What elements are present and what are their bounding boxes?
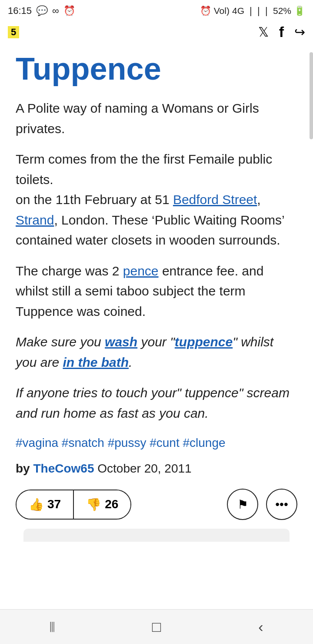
facebook-icon[interactable]: f	[279, 23, 284, 40]
time: 16:15	[8, 5, 32, 17]
more-icon: •••	[275, 497, 288, 511]
hashtags[interactable]: #vagina #snatch #pussy #cunt #clunge	[16, 434, 297, 452]
status-left: 16:15 💬 ∞ ⏰	[8, 5, 75, 17]
thumbs-up-icon: 👍	[29, 497, 44, 512]
flag-button[interactable]: ⚑	[227, 489, 258, 520]
strand-link[interactable]: Strand	[16, 213, 54, 227]
clock-icon: ⏰	[63, 5, 75, 17]
status-right: ⏰ Vol) 4G ❘❘❘ 52% 🔋	[200, 6, 305, 16]
menu-icon: ⦀	[49, 618, 55, 636]
thumbs-down-icon: 👎	[86, 497, 101, 512]
battery-icon: 🔋	[294, 6, 305, 16]
voicemail-icon: ∞	[52, 5, 59, 17]
scroll-indicator	[310, 52, 313, 139]
network-type: 4G	[232, 6, 244, 16]
example-2: If anyone tries to touch your" tuppence"…	[16, 383, 297, 423]
definition-2-post: , London. These ‘Public Waiting Rooms’ c…	[16, 213, 284, 248]
nav-back-button[interactable]: ‹	[243, 614, 278, 640]
vote-row: 👍 37 👎 26 ⚑ •••	[16, 489, 297, 529]
definition-3-pre: The charge was 2	[16, 264, 123, 278]
tuppence-link[interactable]: tuppence	[175, 335, 233, 349]
example-1-end: .	[129, 355, 132, 369]
author-name[interactable]: TheCow65	[33, 462, 94, 475]
nav-bar: ⦀ □ ‹	[0, 609, 313, 644]
bath-link[interactable]: in the bath	[63, 355, 129, 369]
home-icon: □	[152, 618, 161, 635]
word-title: Tuppence	[16, 52, 297, 86]
nav-menu-button[interactable]: ⦀	[35, 614, 70, 640]
action-bar: 5 𝕏 f ↪	[0, 22, 313, 44]
example-1-pre: Make sure you	[16, 335, 105, 349]
definition-2: Term comes from the the first Femaile pu…	[16, 149, 297, 251]
wash-link[interactable]: wash	[105, 335, 137, 349]
thumbs-up-button[interactable]: 👍 37	[17, 490, 74, 519]
status-bar: 16:15 💬 ∞ ⏰ ⏰ Vol) 4G ❘❘❘ 52% 🔋	[0, 0, 313, 22]
entry-date: October 20, 2011	[97, 462, 191, 475]
author-line: by TheCow65 October 20, 2011	[16, 462, 297, 476]
vote-buttons: 👍 37 👎 26	[16, 490, 131, 520]
alarm-icon: ⏰	[200, 6, 211, 16]
definition-1: A Polite way of naming a Womans or Girls…	[16, 98, 297, 139]
chat-icon: 💬	[36, 5, 48, 17]
author-prefix: by	[16, 462, 33, 475]
nav-home-button[interactable]: □	[139, 614, 174, 640]
definition-3: The charge was 2 pence entrance fee. and…	[16, 261, 297, 322]
vol-indicator: Vol)	[214, 6, 230, 16]
back-icon: ‹	[258, 618, 263, 635]
signal-bars: ❘❘❘	[247, 6, 270, 16]
share-icon[interactable]: ↪	[294, 24, 305, 40]
battery-pct: 52%	[273, 6, 291, 16]
twitter-icon[interactable]: 𝕏	[258, 24, 269, 40]
example-1-mid: your "	[137, 335, 175, 349]
thumbs-down-button[interactable]: 👎 26	[74, 490, 130, 519]
thumbs-up-count: 37	[47, 497, 61, 511]
comma-1: ,	[257, 192, 260, 207]
pence-link[interactable]: pence	[123, 264, 159, 278]
notification-badge: 5	[8, 26, 19, 38]
next-card-hint	[23, 529, 290, 542]
example-1: Make sure you wash your "tuppence" whils…	[16, 332, 297, 372]
action-icon-group: ⚑ •••	[227, 489, 297, 520]
more-button[interactable]: •••	[266, 489, 297, 520]
thumbs-down-count: 26	[105, 497, 118, 511]
bedford-street-link[interactable]: Bedford Street	[173, 192, 257, 207]
main-content: Tuppence A Polite way of naming a Womans…	[0, 44, 313, 550]
flag-icon: ⚑	[237, 497, 248, 512]
share-icons: 𝕏 f ↪	[258, 23, 305, 40]
